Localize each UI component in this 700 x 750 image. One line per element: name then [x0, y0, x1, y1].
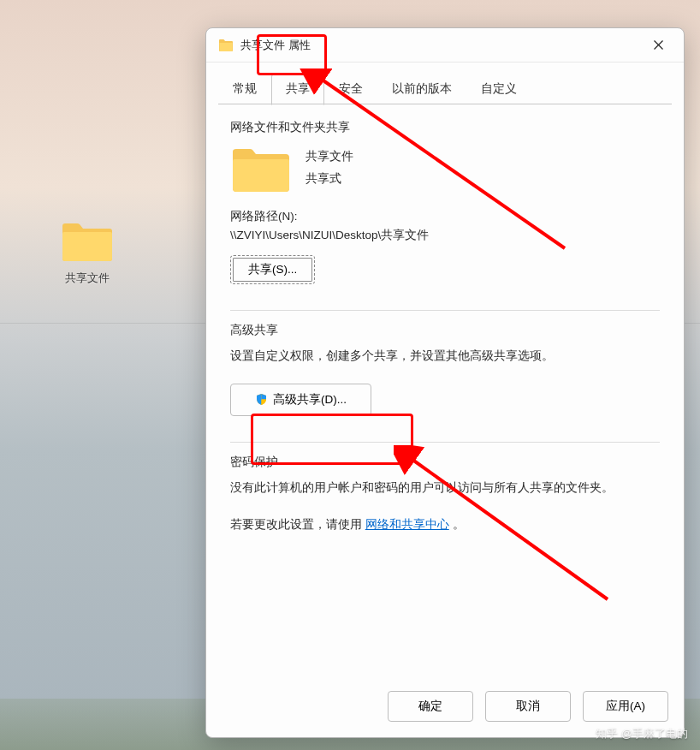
watermark: 知乎 @手麻了电的 [596, 726, 688, 741]
tabs: 常规 共享 安全 以前的版本 自定义 [206, 62, 684, 104]
tab-general[interactable]: 常规 [218, 74, 271, 105]
network-path-label: 网络路径(N): [230, 209, 660, 224]
apply-button[interactable]: 应用(A) [583, 691, 668, 722]
section1-title: 网络文件和文件夹共享 [230, 120, 660, 135]
titlebar: 共享文件 属性 [206, 28, 684, 62]
section3-desc2: 若要更改此设置，请使用 网络和共享中心 。 [230, 515, 660, 535]
section2-desc: 设置自定义权限，创建多个共享，并设置其他高级共享选项。 [230, 347, 660, 366]
close-button[interactable] [639, 32, 677, 59]
folder-name: 共享文件 [306, 146, 353, 168]
section-advanced-share: 高级共享 设置自定义权限，创建多个共享，并设置其他高级共享选项。 高级共享(D)… [230, 323, 660, 416]
share-status: 共享式 [306, 168, 353, 190]
tab-share[interactable]: 共享 [271, 74, 324, 105]
section3-title: 密码保护 [230, 455, 660, 470]
tab-security[interactable]: 安全 [324, 74, 377, 105]
folder-icon [230, 144, 292, 193]
divider [230, 442, 660, 443]
tab-content: 网络文件和文件夹共享 共享文件 共享式 网络路径(N): \\ZVIYI\Use… [206, 104, 684, 679]
folder-icon [61, 219, 114, 262]
desc2-suffix: 。 [453, 518, 465, 531]
tab-underline [218, 104, 672, 104]
properties-dialog: 共享文件 属性 常规 共享 安全 以前的版本 自定义 网络文件和文件夹共享 共享… [205, 27, 685, 738]
advanced-share-label: 高级共享(D)... [273, 392, 347, 408]
section-password: 密码保护 没有此计算机的用户帐户和密码的用户可以访问与所有人共享的文件夹。 若要… [230, 455, 660, 535]
advanced-share-button[interactable]: 高级共享(D)... [230, 384, 371, 416]
section2-title: 高级共享 [230, 323, 660, 338]
dialog-title: 共享文件 属性 [240, 38, 639, 53]
divider [230, 310, 660, 311]
network-path-value: \\ZVIYI\Users\NIZUI\Desktop\共享文件 [230, 228, 660, 243]
ok-button[interactable]: 确定 [388, 691, 473, 722]
desktop-folder-icon[interactable]: 共享文件 [53, 219, 122, 286]
section3-desc1: 没有此计算机的用户帐户和密码的用户可以访问与所有人共享的文件夹。 [230, 479, 660, 498]
close-icon [654, 40, 663, 50]
desktop-folder-label: 共享文件 [53, 271, 122, 286]
share-button[interactable]: 共享(S)... [230, 255, 315, 284]
cancel-button[interactable]: 取消 [485, 691, 571, 722]
folder-icon [218, 38, 234, 53]
tab-custom[interactable]: 自定义 [466, 74, 531, 105]
shield-icon [255, 393, 268, 406]
desc2-prefix: 若要更改此设置，请使用 [230, 518, 362, 531]
tab-previous[interactable]: 以前的版本 [377, 74, 466, 105]
section-network-share: 网络文件和文件夹共享 共享文件 共享式 网络路径(N): \\ZVIYI\Use… [230, 120, 660, 284]
network-center-link[interactable]: 网络和共享中心 [365, 518, 449, 531]
